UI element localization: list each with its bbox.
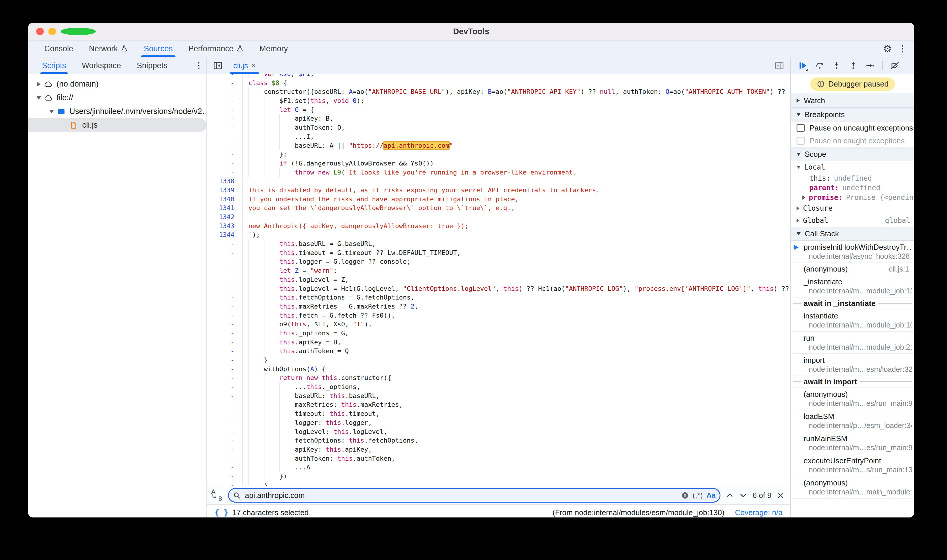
code-text[interactable]: throw new L9(`It looks like you're runni…	[242, 168, 577, 177]
tab-memory[interactable]: Memory	[255, 40, 293, 57]
hide-navigator-icon[interactable]	[211, 59, 225, 72]
chevron-down-icon[interactable]	[34, 96, 44, 100]
code-text[interactable]: this.timeout = G.timeout ?? Lw.DEFAULT_T…	[242, 249, 461, 258]
code-text[interactable]: this.logLevel = Z,	[242, 275, 349, 285]
stack-frame-instantiate[interactable]: instantiatenode:internal/m…module_job:10…	[791, 309, 915, 332]
tree-item-file[interactable]: file://	[28, 91, 207, 105]
line-gutter[interactable]: -	[207, 240, 242, 249]
line-gutter[interactable]: -	[207, 293, 242, 302]
breakpoint-option-pause-on-uncaught-exceptions[interactable]: Pause on uncaught exceptions	[791, 122, 915, 134]
file-tab-clijs[interactable]: cli.js ×	[228, 57, 261, 74]
line-gutter[interactable]: -	[207, 347, 242, 356]
chevron-right-icon[interactable]	[34, 82, 44, 86]
tab-sources[interactable]: Sources	[139, 40, 177, 57]
code-text[interactable]: o9(this, $F1, Xs0, "f"),	[242, 320, 372, 329]
code-text[interactable]: logger: this.logger,	[242, 418, 372, 428]
stack-frame-promiseinithookwithdestroytr[interactable]: promiseInitHookWithDestroyTr…node:intern…	[791, 241, 915, 263]
code-text[interactable]: new Anthropic({ apiKey, dangerouslyAllow…	[242, 222, 469, 231]
code-text[interactable]: this.fetch = G.fetch ?? Fs0(),	[242, 311, 395, 320]
code-text[interactable]: authToken: this.authToken,	[242, 454, 395, 463]
section-breakpoints[interactable]: Breakpoints	[791, 108, 915, 122]
stack-frame-anonymous[interactable]: (anonymous)node:internal/m…main_module:2	[791, 476, 915, 498]
line-gutter[interactable]: 1338	[207, 177, 242, 186]
line-gutter[interactable]: -	[207, 481, 242, 486]
code-text[interactable]: this.baseURL = G.baseURL,	[242, 240, 376, 249]
line-gutter[interactable]: -	[207, 249, 242, 258]
code-text[interactable]: timeout: this.timeout,	[242, 409, 379, 418]
line-gutter[interactable]: -	[207, 74, 242, 78]
line-gutter[interactable]: -	[207, 463, 242, 472]
step-icon[interactable]	[865, 61, 875, 71]
code-text[interactable]: apiKey: this.apiKey,	[242, 445, 372, 454]
tree-item-users-jinhuilee-nvm-versions-node-v2[interactable]: Users/jinhuilee/.nvm/versions/node/v2…	[28, 105, 207, 118]
section-watch[interactable]: Watch	[791, 94, 915, 108]
step-into-icon[interactable]	[831, 61, 841, 71]
clear-search-icon[interactable]	[681, 492, 689, 499]
tab-console[interactable]: Console	[40, 40, 78, 57]
navigator-more-icon[interactable]	[197, 61, 201, 71]
source-mapping-link[interactable]: node:internal/modules/esm/module_job:130	[575, 508, 722, 517]
close-search-icon[interactable]	[777, 492, 784, 499]
line-gutter[interactable]: -	[207, 374, 242, 383]
code-text[interactable]: let Z = "warn";	[242, 266, 337, 275]
navigator-tab-scripts[interactable]: Scripts	[40, 57, 68, 74]
code-text[interactable]: If you understand the risks and have app…	[242, 195, 519, 204]
code-text[interactable]: withOptions(A) {	[242, 365, 326, 374]
step-out-icon[interactable]	[848, 61, 858, 71]
line-gutter[interactable]: -	[207, 400, 242, 409]
code-text[interactable]	[242, 213, 248, 222]
code-text[interactable]: you can set the \`dangerouslyAllowBrowse…	[242, 204, 515, 213]
stack-frame-loadesm[interactable]: loadESMnode:internal/p…/esm_loader:34	[791, 410, 915, 432]
code-text[interactable]: authToken: Q,	[242, 123, 345, 132]
line-gutter[interactable]: -	[207, 257, 242, 266]
hide-debugger-icon[interactable]	[773, 59, 786, 72]
scope-variable-this[interactable]: this:undefined	[791, 173, 915, 183]
line-gutter[interactable]: 1339	[207, 186, 242, 195]
scope-section-global[interactable]: Globalglobal	[791, 214, 915, 227]
line-gutter[interactable]: -	[207, 436, 242, 445]
code-text[interactable]: this.apiKey = B,	[242, 338, 341, 347]
line-gutter[interactable]: 1341	[207, 204, 242, 213]
next-match-icon[interactable]	[739, 491, 747, 499]
code-text[interactable]: };	[242, 150, 287, 159]
tab-network[interactable]: Network	[84, 40, 133, 57]
line-gutter[interactable]: -	[207, 329, 242, 338]
scope-variable-parent[interactable]: parent:undefined	[791, 183, 915, 192]
code-text[interactable]: ...I,	[242, 132, 314, 141]
checkbox[interactable]	[797, 124, 805, 132]
line-gutter[interactable]: -	[207, 445, 242, 454]
coverage-link[interactable]: Coverage: n/a	[735, 508, 782, 517]
match-case-toggle[interactable]: Aa	[706, 491, 716, 499]
more-options-icon[interactable]	[901, 44, 904, 54]
replace-toggle-icon[interactable]: A B	[210, 489, 223, 502]
tree-item-cli-js[interactable]: cli.js	[28, 118, 207, 132]
code-text[interactable]: this._options = G,	[242, 329, 349, 338]
code-text[interactable]: this.maxRetries = G.maxRetries ?? 2,	[242, 302, 418, 311]
line-gutter[interactable]: -	[207, 123, 242, 132]
code-text[interactable]: this.authToken = Q	[242, 347, 349, 356]
line-gutter[interactable]: -	[207, 338, 242, 347]
code-text[interactable]: apiKey: B,	[242, 114, 333, 123]
step-over-icon[interactable]	[814, 61, 825, 71]
stack-frame-runmainesm[interactable]: runMainESMnode:internal/m…es/run_main:98	[791, 432, 915, 454]
chevron-down-icon[interactable]	[47, 110, 57, 113]
line-gutter[interactable]: -	[207, 106, 242, 114]
code-text[interactable]: if (!G.dangerouslyAllowBrowser && Ys0())	[242, 159, 434, 168]
resume-script-icon[interactable]	[798, 61, 808, 71]
navigator-tab-workspace[interactable]: Workspace	[80, 57, 123, 74]
code-text[interactable]: ...this._options,	[242, 383, 360, 392]
code-text[interactable]: class $8 {	[242, 78, 287, 88]
line-gutter[interactable]: -	[207, 88, 242, 97]
scope-section-local[interactable]: Local	[791, 161, 915, 173]
line-gutter[interactable]: -	[207, 454, 242, 463]
code-text[interactable]: return new this.constructor({	[242, 374, 391, 383]
code-text[interactable]: logLevel: this.logLevel,	[242, 428, 387, 437]
line-gutter[interactable]: -	[207, 275, 242, 285]
code-text[interactable]: constructor({baseURL: A=ao("ANTHROPIC_BA…	[242, 88, 785, 97]
line-gutter[interactable]: -	[207, 285, 242, 294]
line-gutter[interactable]: 1342	[207, 213, 242, 222]
code-editor[interactable]: -var Xs0, $F1;-class $8 {-constructor({b…	[207, 74, 790, 486]
line-gutter[interactable]: 1344	[207, 231, 242, 240]
line-gutter[interactable]: -	[207, 311, 242, 320]
code-text[interactable]: baseURL: A || "https://api.anthropic.com…	[242, 141, 453, 150]
